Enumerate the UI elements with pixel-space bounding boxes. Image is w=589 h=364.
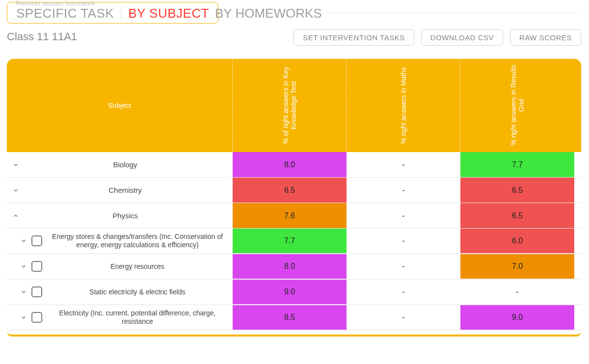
subject-label: Biology: [24, 160, 227, 169]
cell-maths: -: [347, 203, 460, 228]
chevron-down-icon[interactable]: [19, 312, 28, 322]
cell-subject: Chemistry: [7, 178, 233, 203]
column-subject-label: Subject: [108, 102, 131, 109]
cell-maths: -: [347, 178, 460, 203]
column-results-grid: % right answers in Results Grid: [460, 59, 574, 152]
subject-label: Physics: [24, 211, 227, 220]
tab-specific-task[interactable]: SPECIFIC TASK: [16, 6, 114, 21]
cell-results: 9.0: [460, 305, 574, 330]
subject-label: Chemistry: [24, 186, 227, 195]
column-maths: % right answers in Maths: [347, 59, 460, 152]
row-checkbox[interactable]: [31, 312, 42, 323]
download-csv-button[interactable]: DOWNLOAD CSV: [421, 29, 503, 46]
cell-kkt: 7.6: [233, 203, 347, 228]
table-row: Static electricity & electric fields9.0-…: [7, 280, 581, 305]
cell-results: 6.0: [460, 229, 574, 253]
divider: [329, 13, 581, 13]
subject-label: Energy stores & changes/transfers (Inc. …: [48, 233, 227, 249]
class-label: Class 11 11A1: [7, 30, 77, 43]
chevron-down-icon[interactable]: [19, 261, 28, 271]
subject-label: Energy resources: [48, 262, 227, 271]
cell-subject: Biology: [7, 152, 233, 177]
cell-results: 7.0: [460, 254, 574, 279]
results-table: Subject % of right answers in Key Knowle…: [7, 59, 581, 359]
chevron-down-icon[interactable]: [19, 236, 28, 246]
cell-maths: -: [347, 305, 460, 330]
subject-label: Electricity (Inc. current, potential dif…: [48, 309, 227, 326]
cell-maths: -: [347, 254, 460, 279]
cell-subject: Electricity (Inc. current, potential dif…: [7, 305, 233, 330]
cell-kkt: 9.0: [233, 280, 347, 304]
cell-subject: Physics: [7, 203, 233, 228]
table-row: Biology8.0-7.7: [7, 152, 581, 178]
row-checkbox[interactable]: [31, 235, 42, 246]
row-checkbox[interactable]: [31, 286, 42, 297]
column-maths-label: % right answers in Maths: [400, 67, 407, 144]
cell-results: 6.5: [460, 203, 574, 228]
tab-separator: [121, 6, 121, 20]
subject-label: Static electricity & electric fields: [48, 288, 227, 296]
table-body[interactable]: Biology8.0-7.7Chemistry6.5-6.5Physics7.6…: [7, 152, 581, 337]
column-subject: Subject: [7, 59, 233, 152]
cell-kkt: 8.0: [233, 254, 347, 279]
cell-maths: -: [347, 229, 460, 253]
cell-results: 6.5: [460, 178, 574, 203]
table-row: Energy resources8.0-7.0: [7, 254, 581, 280]
chevron-up-icon[interactable]: [11, 211, 21, 221]
cell-results: -: [460, 280, 574, 304]
column-results-grid-label: % right answers in Results Grid: [509, 63, 525, 148]
set-intervention-tasks-button[interactable]: SET INTERVENTION TASKS: [294, 29, 414, 46]
cell-maths: -: [347, 152, 460, 177]
cell-kkt: 7.7: [233, 229, 347, 253]
table-header: Subject % of right answers in Key Knowle…: [7, 59, 581, 152]
column-kkt: % of right answers in Key Knowledge Test: [233, 59, 347, 152]
tab-group: SPECIFIC TASK BY SUBJECT: [7, 2, 218, 24]
column-kkt-label: % of right answers in Key Knowledge Test: [282, 63, 297, 148]
chevron-down-icon[interactable]: [11, 185, 21, 195]
table-row: Chemistry6.5-6.5: [7, 178, 581, 203]
cell-kkt: 8.5: [233, 305, 347, 330]
cell-results: 7.7: [460, 152, 574, 177]
cell-kkt: 8.0: [233, 152, 347, 177]
table-row: Electricity (Inc. current, potential dif…: [7, 305, 581, 331]
chevron-down-icon[interactable]: [11, 160, 21, 170]
tab-by-homeworks[interactable]: BY HOMEWORKS: [215, 6, 322, 21]
tab-by-subject[interactable]: BY SUBJECT: [128, 6, 209, 21]
row-checkbox[interactable]: [31, 261, 42, 272]
action-buttons: SET INTERVENTION TASKS DOWNLOAD CSV RAW …: [294, 29, 581, 46]
cell-maths: -: [347, 280, 460, 304]
table-row: Energy stores & changes/transfers (Inc. …: [7, 229, 581, 254]
cell-subject: Energy stores & changes/transfers (Inc. …: [7, 229, 233, 253]
cell-subject: Energy resources: [7, 254, 233, 279]
cell-kkt: 6.5: [233, 178, 347, 203]
raw-scores-button[interactable]: RAW SCORES: [510, 29, 581, 46]
table-row: Physics7.6-6.5: [7, 203, 581, 229]
chevron-down-icon[interactable]: [19, 287, 28, 297]
cell-subject: Static electricity & electric fields: [7, 280, 233, 304]
